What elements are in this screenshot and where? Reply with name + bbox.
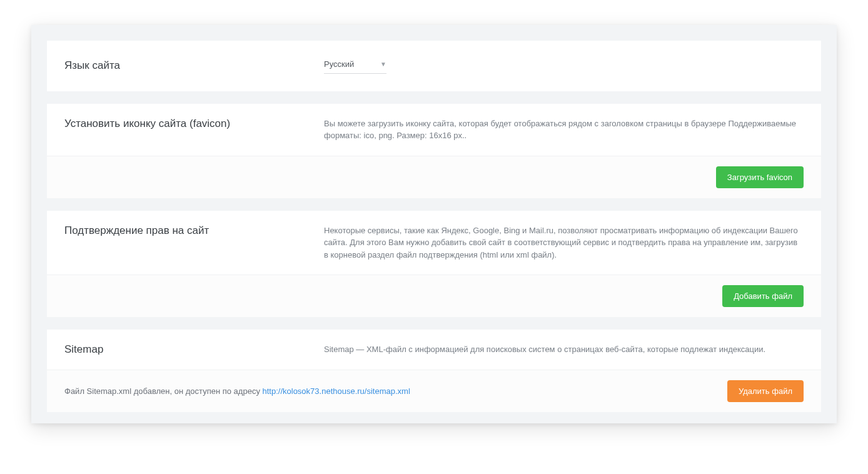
- sitemap-url-link[interactable]: http://kolosok73.nethouse.ru/sitemap.xml: [263, 386, 410, 396]
- sitemap-status-prefix: Файл Sitemap.xml добавлен, он доступен п…: [64, 386, 263, 396]
- sitemap-title: Sitemap: [64, 343, 324, 356]
- delete-file-button[interactable]: Удалить файл: [727, 380, 804, 402]
- sitemap-description: Sitemap — XML-файл с информацией для пои…: [324, 343, 804, 356]
- favicon-title: Установить иконку сайта (favicon): [64, 118, 324, 130]
- language-select-value: Русский: [324, 58, 380, 71]
- upload-favicon-button[interactable]: Загрузить favicon: [716, 166, 804, 188]
- language-card: Язык сайта Русский ▼: [47, 41, 821, 91]
- favicon-description: Вы можете загрузить иконку сайта, котора…: [324, 118, 804, 142]
- sitemap-status: Файл Sitemap.xml добавлен, он доступен п…: [64, 386, 410, 396]
- language-title: Язык сайта: [64, 59, 324, 72]
- verification-description: Некоторые сервисы, такие как Яндекс, Goo…: [324, 224, 804, 261]
- caret-down-icon: ▼: [380, 59, 386, 69]
- language-select[interactable]: Русский ▼: [324, 58, 386, 74]
- favicon-card: Установить иконку сайта (favicon) Вы мож…: [47, 104, 821, 198]
- add-file-button[interactable]: Добавить файл: [722, 285, 804, 307]
- verification-card: Подтверждение прав на сайт Некоторые сер…: [47, 211, 821, 318]
- settings-panel: Язык сайта Русский ▼ Установить иконку с…: [31, 25, 837, 423]
- sitemap-card: Sitemap Sitemap — XML-файл с информацией…: [47, 330, 821, 412]
- verification-title: Подтверждение прав на сайт: [64, 224, 324, 237]
